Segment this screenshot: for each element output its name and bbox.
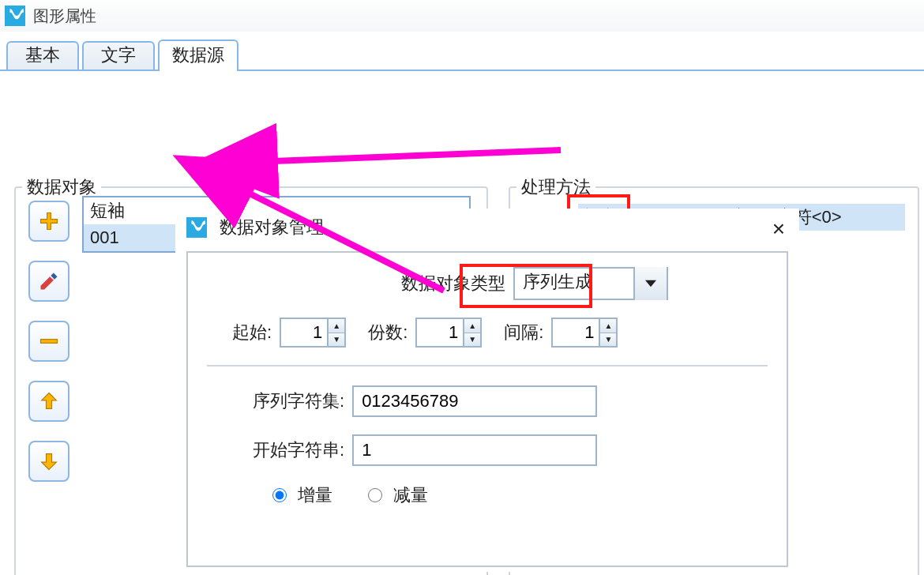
object-type-combobox[interactable]: 序列生成	[513, 267, 668, 300]
spin-up-icon[interactable]: ▲	[329, 319, 344, 333]
svg-rect-0	[41, 340, 58, 344]
radio-decrement[interactable]: 减量	[364, 483, 428, 507]
dialog-close-button[interactable]: ×	[772, 216, 785, 242]
remove-button[interactable]	[28, 321, 69, 362]
tab-text[interactable]: 文字	[82, 41, 155, 70]
start-label: 起始:	[232, 321, 272, 344]
radio-increment-input[interactable]	[272, 488, 287, 502]
dialog-body: 数据对象类型 序列生成 起始: ▲ ▼ 份数: ▲ ▼ 间隔:	[186, 251, 788, 567]
app-icon	[5, 6, 25, 26]
object-type-value: 序列生成	[515, 269, 633, 299]
startstr-input[interactable]	[352, 434, 597, 466]
radio-increment[interactable]: 增量	[269, 483, 332, 507]
separator	[207, 365, 768, 366]
radio-increment-label: 增量	[298, 485, 332, 505]
start-input[interactable]	[281, 319, 327, 346]
start-spinner[interactable]: ▲ ▼	[280, 318, 346, 348]
add-button[interactable]	[28, 201, 69, 242]
dialog-title: 数据对象管理	[220, 216, 324, 239]
step-input[interactable]	[553, 319, 599, 346]
step-label: 间隔:	[504, 321, 543, 344]
copies-label: 份数:	[368, 321, 408, 344]
groupbox-legend-right: 处理方法	[516, 175, 595, 199]
spin-up-icon[interactable]: ▲	[464, 319, 480, 333]
data-object-manage-dialog: 数据对象管理 × 数据对象类型 序列生成 起始: ▲ ▼ 份数:	[175, 209, 799, 572]
tab-strip: 基本 文字 数据源	[0, 32, 924, 71]
startstr-label: 开始字符串:	[253, 438, 344, 462]
chevron-down-icon[interactable]	[633, 267, 667, 300]
icon-button-column-left	[28, 201, 76, 501]
tab-datasource[interactable]: 数据源	[158, 39, 239, 71]
edit-button[interactable]	[28, 261, 69, 302]
radio-decrement-label: 减量	[393, 485, 428, 505]
window-title: 图形属性	[33, 6, 96, 27]
charset-label: 序列字符集:	[253, 389, 344, 413]
svg-line-1	[253, 150, 561, 162]
radio-decrement-input[interactable]	[368, 488, 382, 502]
move-down-button[interactable]	[28, 441, 69, 482]
spin-up-icon[interactable]: ▲	[600, 319, 616, 333]
spin-down-icon[interactable]: ▼	[464, 333, 480, 347]
dialog-app-icon	[186, 217, 207, 238]
object-type-label: 数据对象类型	[401, 272, 505, 295]
dialog-titlebar: 数据对象管理 ×	[175, 209, 799, 246]
move-up-button[interactable]	[28, 381, 69, 422]
charset-input[interactable]	[352, 385, 597, 417]
tab-basic[interactable]: 基本	[6, 41, 79, 70]
spin-down-icon[interactable]: ▼	[600, 333, 616, 347]
spin-down-icon[interactable]: ▼	[329, 333, 344, 347]
window-titlebar: 图形属性	[0, 0, 924, 32]
copies-input[interactable]	[417, 319, 463, 346]
step-spinner[interactable]: ▲ ▼	[551, 318, 618, 348]
copies-spinner[interactable]: ▲ ▼	[415, 318, 482, 348]
